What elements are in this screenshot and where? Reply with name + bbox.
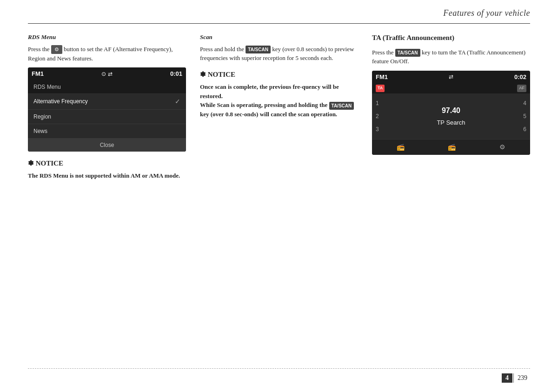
fm-screen-ta: FM1 ⇄ 0:02 TA AF 1 2 3 97.40 TP Search	[372, 71, 530, 155]
fm2-frequency: 97.40	[442, 105, 460, 116]
notice-scan-text: Once scan is complete, the previous fre-…	[200, 82, 358, 119]
tascan-key-badge-ta: TA/SCAN	[395, 49, 420, 57]
header-divider	[28, 23, 530, 24]
fm2-title: FM1	[376, 73, 388, 82]
chapter-number: 4	[502, 373, 512, 383]
fm2-tp-search: TP Search	[437, 118, 465, 127]
scan-description: Press and hold the TA/SCAN key (over 0.8…	[200, 45, 358, 63]
fm-menu-item-news: News	[28, 124, 186, 139]
footer-divider	[28, 368, 530, 369]
fm2-content: 1 2 3 97.40 TP Search 4 5 6	[372, 93, 530, 139]
ta-title: TA (Traffic Announcement)	[372, 33, 530, 43]
scan-title: Scan	[200, 33, 358, 42]
notice-rds: ✽ NOTICE The RDS Menu is not supported w…	[28, 158, 186, 180]
fm-title: FM1	[32, 69, 44, 79]
fm2-header-bar: FM1 ⇄ 0:02	[372, 71, 530, 84]
rds-menu-description: Press the ⚙ button to set the AF (Altern…	[28, 45, 186, 63]
fm-screen-rds: FM1 ⊙ ⇄ 0:01 RDS Menu Alternative Freque…	[28, 67, 186, 152]
ta-description: Press the TA/SCAN key to turn the TA (Tr…	[372, 48, 530, 66]
fm-time: 0:01	[170, 69, 182, 79]
page-header-title: Features of your vehicle	[443, 8, 530, 18]
fm2-footer: 📻 📻 ⚙	[372, 139, 530, 155]
fm2-center: 97.40 TP Search	[384, 97, 519, 135]
notice-scan-title: ✽ NOTICE	[200, 69, 358, 80]
fm2-footer-icon-2: 📻	[448, 142, 456, 152]
tascan-key-badge-scan: TA/SCAN	[246, 46, 271, 53]
fm2-numbers-left: 1 2 3	[376, 97, 379, 135]
fm2-footer-icon-3: ⚙	[499, 142, 505, 152]
fm-menu-list: Alternative Frequency ✓ Region News	[28, 94, 186, 139]
fm2-badge-row: TA AF	[372, 83, 530, 93]
fm2-status-icons: ⇄	[449, 73, 453, 81]
content-columns: RDS Menu Press the ⚙ button to set the A…	[28, 33, 530, 180]
fm2-numbers-right: 4 5 6	[523, 97, 526, 135]
col-scan: Scan Press and hold the TA/SCAN key (ove…	[200, 33, 358, 180]
gear-button-icon: ⚙	[51, 45, 62, 54]
notice-rds-title: ✽ NOTICE	[28, 158, 186, 169]
page-number: 239	[515, 373, 530, 383]
fm-menu-item-af: Alternative Frequency ✓	[28, 94, 186, 110]
footer-page-number: 4 239	[502, 373, 530, 383]
notice-scan: ✽ NOTICE Once scan is complete, the prev…	[200, 69, 358, 119]
af-badge: AF	[517, 85, 526, 92]
ta-badge: TA	[376, 85, 385, 92]
fm2-time: 0:02	[514, 73, 526, 82]
fm2-footer-icon-1: 📻	[397, 142, 405, 152]
col-ta: TA (Traffic Announcement) Press the TA/S…	[372, 33, 530, 180]
fm-close-button[interactable]: Close	[28, 139, 186, 152]
fm-status-icons: ⊙ ⇄	[101, 70, 112, 78]
rds-menu-label: RDS Menu	[28, 80, 186, 94]
page-divider	[513, 373, 514, 383]
tascan-key-badge-notice: TA/SCAN	[329, 102, 354, 110]
fm-menu-item-region: Region	[28, 110, 186, 124]
fm-header-bar: FM1 ⊙ ⇄ 0:01	[28, 67, 186, 80]
col-rds-menu: RDS Menu Press the ⚙ button to set the A…	[28, 33, 186, 180]
rds-menu-title: RDS Menu	[28, 33, 186, 42]
notice-rds-text: The RDS Menu is not supported within AM …	[28, 171, 186, 180]
